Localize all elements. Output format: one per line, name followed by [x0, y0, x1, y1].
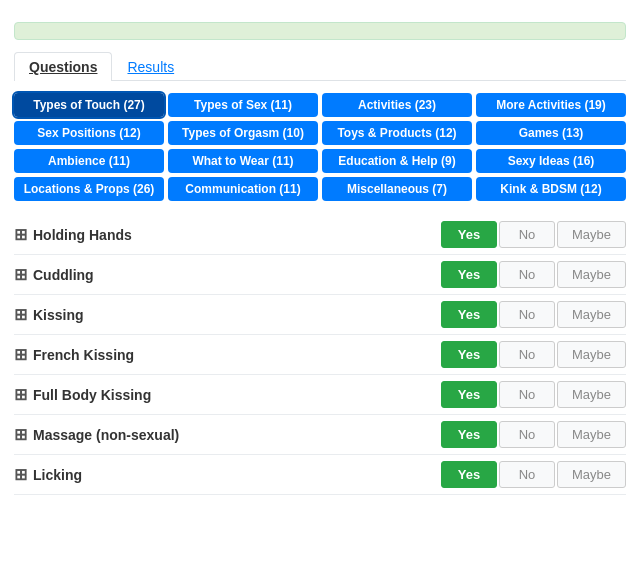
- expand-icon[interactable]: ⊞: [14, 305, 27, 324]
- answer-buttons: YesNoMaybe: [441, 461, 626, 488]
- category-button-4[interactable]: Sex Positions (12): [14, 121, 164, 145]
- question-label: ⊞Full Body Kissing: [14, 385, 441, 404]
- maybe-button[interactable]: Maybe: [557, 421, 626, 448]
- question-text: Cuddling: [33, 267, 94, 283]
- category-button-2[interactable]: Activities (23): [322, 93, 472, 117]
- category-button-0[interactable]: Types of Touch (27): [14, 93, 164, 117]
- category-button-5[interactable]: Types of Orgasm (10): [168, 121, 318, 145]
- question-row: ⊞Massage (non-sexual)YesNoMaybe: [14, 415, 626, 455]
- category-button-10[interactable]: Education & Help (9): [322, 149, 472, 173]
- answer-buttons: YesNoMaybe: [441, 421, 626, 448]
- no-button[interactable]: No: [499, 301, 555, 328]
- yes-button[interactable]: Yes: [441, 221, 497, 248]
- category-button-13[interactable]: Communication (11): [168, 177, 318, 201]
- no-button[interactable]: No: [499, 341, 555, 368]
- expand-icon[interactable]: ⊞: [14, 345, 27, 364]
- yes-button[interactable]: Yes: [441, 381, 497, 408]
- expand-icon[interactable]: ⊞: [14, 465, 27, 484]
- question-label: ⊞Licking: [14, 465, 441, 484]
- tab-questions[interactable]: Questions: [14, 52, 112, 81]
- category-button-14[interactable]: Miscellaneous (7): [322, 177, 472, 201]
- answer-buttons: YesNoMaybe: [441, 381, 626, 408]
- question-row: ⊞Holding HandsYesNoMaybe: [14, 215, 626, 255]
- no-button[interactable]: No: [499, 381, 555, 408]
- answer-buttons: YesNoMaybe: [441, 301, 626, 328]
- no-button[interactable]: No: [499, 421, 555, 448]
- category-button-7[interactable]: Games (13): [476, 121, 626, 145]
- maybe-button[interactable]: Maybe: [557, 301, 626, 328]
- answer-buttons: YesNoMaybe: [441, 221, 626, 248]
- question-text: Kissing: [33, 307, 84, 323]
- question-row: ⊞KissingYesNoMaybe: [14, 295, 626, 335]
- answer-buttons: YesNoMaybe: [441, 261, 626, 288]
- category-button-3[interactable]: More Activities (19): [476, 93, 626, 117]
- maybe-button[interactable]: Maybe: [557, 381, 626, 408]
- question-row: ⊞LickingYesNoMaybe: [14, 455, 626, 495]
- question-text: Massage (non-sexual): [33, 427, 179, 443]
- maybe-button[interactable]: Maybe: [557, 221, 626, 248]
- no-button[interactable]: No: [499, 461, 555, 488]
- expand-icon[interactable]: ⊞: [14, 265, 27, 284]
- maybe-button[interactable]: Maybe: [557, 461, 626, 488]
- yes-button[interactable]: Yes: [441, 461, 497, 488]
- no-button[interactable]: No: [499, 261, 555, 288]
- note-box: [14, 22, 626, 40]
- no-button[interactable]: No: [499, 221, 555, 248]
- category-button-11[interactable]: Sexy Ideas (16): [476, 149, 626, 173]
- category-button-6[interactable]: Toys & Products (12): [322, 121, 472, 145]
- maybe-button[interactable]: Maybe: [557, 341, 626, 368]
- question-label: ⊞Cuddling: [14, 265, 441, 284]
- answer-buttons: YesNoMaybe: [441, 341, 626, 368]
- tabs: QuestionsResults: [14, 52, 626, 81]
- yes-button[interactable]: Yes: [441, 421, 497, 448]
- expand-icon[interactable]: ⊞: [14, 385, 27, 404]
- question-text: Holding Hands: [33, 227, 132, 243]
- question-row: ⊞Full Body KissingYesNoMaybe: [14, 375, 626, 415]
- expand-icon[interactable]: ⊞: [14, 425, 27, 444]
- expand-icon[interactable]: ⊞: [14, 225, 27, 244]
- category-button-12[interactable]: Locations & Props (26): [14, 177, 164, 201]
- question-label: ⊞French Kissing: [14, 345, 441, 364]
- question-label: ⊞Holding Hands: [14, 225, 441, 244]
- question-text: Licking: [33, 467, 82, 483]
- question-label: ⊞Massage (non-sexual): [14, 425, 441, 444]
- question-row: ⊞French KissingYesNoMaybe: [14, 335, 626, 375]
- category-button-8[interactable]: Ambience (11): [14, 149, 164, 173]
- yes-button[interactable]: Yes: [441, 261, 497, 288]
- yes-button[interactable]: Yes: [441, 301, 497, 328]
- page-container: QuestionsResults Types of Touch (27)Type…: [0, 0, 640, 507]
- question-label: ⊞Kissing: [14, 305, 441, 324]
- question-text: Full Body Kissing: [33, 387, 151, 403]
- category-button-15[interactable]: Kink & BDSM (12): [476, 177, 626, 201]
- tab-results[interactable]: Results: [112, 52, 189, 81]
- yes-button[interactable]: Yes: [441, 341, 497, 368]
- category-button-1[interactable]: Types of Sex (11): [168, 93, 318, 117]
- maybe-button[interactable]: Maybe: [557, 261, 626, 288]
- category-buttons: Types of Touch (27)Types of Sex (11)Acti…: [14, 93, 626, 201]
- category-button-9[interactable]: What to Wear (11): [168, 149, 318, 173]
- question-list: ⊞Holding HandsYesNoMaybe⊞CuddlingYesNoMa…: [14, 215, 626, 495]
- question-text: French Kissing: [33, 347, 134, 363]
- question-row: ⊞CuddlingYesNoMaybe: [14, 255, 626, 295]
